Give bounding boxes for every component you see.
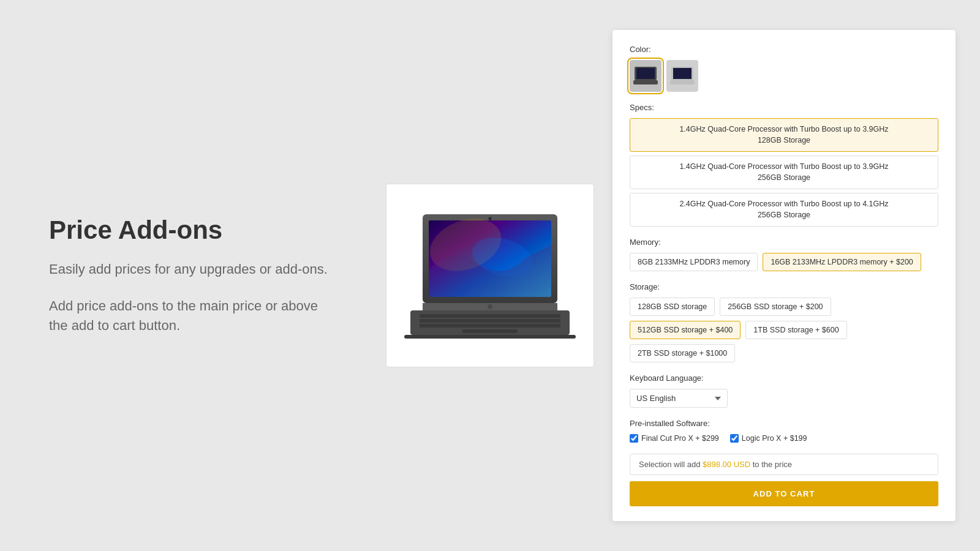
product-image-card xyxy=(386,184,594,367)
keyboard-label: Keyboard Language: xyxy=(630,373,938,383)
storage-option-2[interactable]: 256GB SSD storage + $200 xyxy=(720,298,831,316)
memory-section: Memory: 8GB 2133MHz LPDDR3 memory 16GB 2… xyxy=(630,238,938,271)
product-image-wrapper xyxy=(380,184,600,367)
spec-option-1[interactable]: 1.4GHz Quad-Core Processor with Turbo Bo… xyxy=(630,118,938,152)
selection-summary: Selection will add $898.00 USD to the pr… xyxy=(630,454,938,475)
software-checkbox-2[interactable] xyxy=(730,434,739,443)
svg-rect-9 xyxy=(420,319,560,323)
color-swatches xyxy=(630,60,938,92)
software-option-1[interactable]: Final Cut Pro X + $299 xyxy=(630,434,719,443)
color-label: Color: xyxy=(630,45,938,54)
svg-rect-12 xyxy=(404,335,576,339)
software-option-2[interactable]: Logic Pro X + $199 xyxy=(730,434,807,443)
software-label-1: Final Cut Pro X + $299 xyxy=(641,434,719,443)
svg-point-4 xyxy=(489,217,492,220)
svg-rect-10 xyxy=(420,324,560,328)
spec-option-3[interactable]: 2.4GHz Quad-Core Processor with Turbo Bo… xyxy=(630,193,938,227)
software-label-2: Logic Pro X + $199 xyxy=(742,434,807,443)
product-panel: Color: xyxy=(612,30,956,521)
left-section: Price Add-ons Easily add prices for any … xyxy=(0,179,380,372)
specs-section: Specs: 1.4GHz Quad-Core Processor with T… xyxy=(630,103,938,227)
svg-rect-14 xyxy=(636,68,655,79)
keyboard-language-select[interactable]: US English UK English French German Span… xyxy=(630,389,728,408)
storage-pill-group: 128GB SSD storage 256GB SSD storage + $2… xyxy=(630,298,938,362)
color-swatch-2[interactable] xyxy=(666,60,698,92)
selection-amount: $898.00 USD xyxy=(703,460,750,469)
svg-rect-18 xyxy=(670,80,695,84)
svg-rect-8 xyxy=(420,314,560,318)
swatch-inner-1 xyxy=(630,60,662,92)
laptop-image xyxy=(404,202,576,349)
memory-option-2[interactable]: 16GB 2133MHz LPDDR3 memory + $200 xyxy=(763,253,921,271)
desc-2: Add price add-ons to the main price or a… xyxy=(49,296,331,335)
swatch-laptop-2 xyxy=(670,66,695,86)
memory-option-1[interactable]: 8GB 2133MHz LPDDR3 memory xyxy=(630,253,758,271)
swatch-inner-2 xyxy=(666,60,698,92)
desc-1: Easily add prices for any upgrades or ad… xyxy=(49,260,331,279)
selection-prefix: Selection will add xyxy=(639,460,703,469)
storage-section: Storage: 128GB SSD storage 256GB SSD sto… xyxy=(630,282,938,362)
storage-label: Storage: xyxy=(630,282,938,291)
specs-label: Specs: xyxy=(630,103,938,112)
svg-rect-17 xyxy=(673,68,692,79)
swatch-laptop-1 xyxy=(633,66,658,86)
storage-option-1[interactable]: 128GB SSD storage xyxy=(630,298,715,316)
svg-rect-11 xyxy=(462,329,518,333)
color-swatch-1[interactable] xyxy=(630,60,662,92)
software-checkbox-group: Final Cut Pro X + $299 Logic Pro X + $19… xyxy=(630,434,938,443)
svg-rect-15 xyxy=(633,80,658,84)
memory-label: Memory: xyxy=(630,238,938,247)
memory-pill-group: 8GB 2133MHz LPDDR3 memory 16GB 2133MHz L… xyxy=(630,253,938,271)
keyboard-section: Keyboard Language: US English UK English… xyxy=(630,373,938,408)
storage-option-5[interactable]: 2TB SSD storage + $1000 xyxy=(630,344,735,362)
add-to-cart-button[interactable]: ADD TO CART xyxy=(630,481,938,506)
svg-point-6 xyxy=(488,304,492,309)
color-section: Color: xyxy=(630,45,938,92)
page-title: Price Add-ons xyxy=(49,216,331,245)
software-label: Pre-installed Software: xyxy=(630,419,938,428)
software-section: Pre-installed Software: Final Cut Pro X … xyxy=(630,419,938,443)
selection-suffix: to the price xyxy=(750,460,792,469)
storage-option-3[interactable]: 512GB SSD storage + $400 xyxy=(630,321,741,339)
spec-option-2[interactable]: 1.4GHz Quad-Core Processor with Turbo Bo… xyxy=(630,156,938,189)
software-checkbox-1[interactable] xyxy=(630,434,638,443)
storage-option-4[interactable]: 1TB SSD storage + $600 xyxy=(745,321,846,339)
